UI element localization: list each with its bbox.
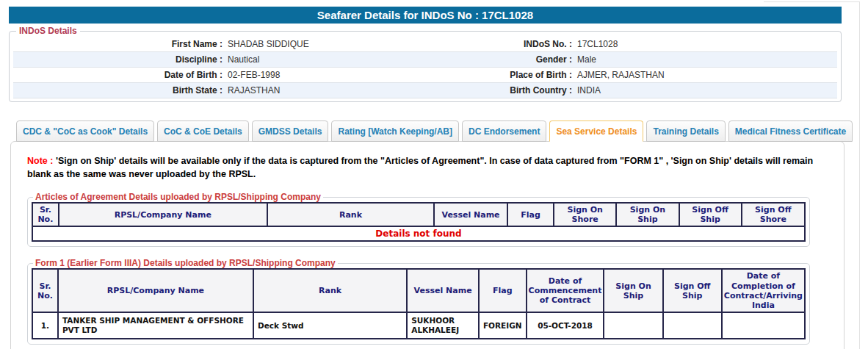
note-text: Note : 'Sign on Ship' details will be av…	[27, 155, 833, 181]
first-name-label: First Name :	[13, 39, 223, 49]
sea-service-details-panel: Note : 'Sign on Ship' details will be av…	[10, 141, 845, 349]
sign-on-ship-cell	[604, 312, 662, 339]
frame-top-edge	[764, 1, 860, 2]
column-header: Vessel Name	[434, 203, 507, 226]
birth-state-label: Birth State :	[13, 85, 223, 96]
column-header: Sign Off Ship	[663, 269, 722, 312]
tab-sea-service-details[interactable]: Sea Service Details	[549, 120, 643, 142]
birth-country-value: INDIA	[572, 85, 601, 96]
flag-cell: FOREIGN	[479, 312, 527, 339]
column-header: Rank	[267, 203, 434, 226]
details-row: First Name : SHADAB SIDDIQUE INDoS No. :…	[13, 37, 837, 52]
sr-no-cell: 1.	[32, 312, 58, 339]
date-commencement-cell: 05-OCT-2018	[527, 312, 604, 339]
column-header: Sign On Ship	[604, 269, 662, 312]
table-row: 1. TANKER SHIP MANAGEMENT & OFFSHORE PVT…	[32, 312, 805, 339]
discipline-value: Nautical	[223, 54, 259, 65]
tab-medical-fitness-certificate[interactable]: Medical Fitness Certificate	[728, 120, 853, 142]
articles-of-agreement-legend: Articles of Agreement Details uploaded b…	[33, 192, 323, 202]
tab-dc-endorsement[interactable]: DC Endorsement	[462, 120, 546, 142]
column-header: RPSL/Company Name	[58, 269, 253, 312]
form1-table: Sr. No. RPSL/Company Name Rank Vessel Na…	[32, 268, 806, 339]
date-of-birth-value: 02-FEB-1998	[223, 70, 280, 80]
note-body: 'Sign on Ship' details will be available…	[27, 156, 813, 179]
indos-details-section: INDoS Details First Name : SHADAB SIDDIQ…	[9, 26, 842, 102]
indos-no-value: 17CL1028	[572, 39, 618, 49]
tab-gmdss-details[interactable]: GMDSS Details	[252, 120, 329, 142]
column-header: RPSL/Company Name	[59, 203, 267, 226]
form1-legend: Form 1 (Earlier Form IIIA) Details uploa…	[33, 258, 338, 268]
note-label: Note :	[27, 156, 53, 166]
frame-right-edge	[859, 1, 860, 349]
date-of-birth-label: Date of Birth :	[13, 70, 223, 80]
birth-country-label: Birth Country :	[425, 85, 572, 96]
column-header: Sign On Ship	[616, 203, 679, 226]
place-of-birth-value: AJMER, RAJASTHAN	[572, 70, 665, 80]
column-header: Flag	[507, 203, 554, 226]
gender-label: Gender :	[425, 54, 572, 65]
indos-no-label: INDoS No. :	[425, 39, 572, 49]
column-header: Flag	[479, 269, 527, 312]
details-row: Discipline : Nautical Gender : Male	[13, 52, 837, 68]
empty-row: Details not found	[32, 226, 805, 241]
company-cell: TANKER SHIP MANAGEMENT & OFFSHORE PVT LT…	[58, 312, 253, 339]
articles-of-agreement-section: Articles of Agreement Details uploaded b…	[27, 192, 810, 247]
indos-details-legend: INDoS Details	[16, 26, 80, 36]
details-row: Date of Birth : 02-FEB-1998 Place of Bir…	[13, 68, 837, 83]
column-header: Sr. No.	[32, 269, 58, 312]
empty-message: Details not found	[32, 226, 805, 241]
column-header: Vessel Name	[407, 269, 479, 312]
column-header: Sign Off Shore	[742, 203, 805, 226]
column-header: Date of Completion of Contract/Arriving …	[722, 269, 805, 312]
column-header: Sign On Shore	[554, 203, 616, 226]
table-header-row: Sr. No. RPSL/Company Name Rank Vessel Na…	[32, 269, 805, 312]
articles-of-agreement-table: Sr. No. RPSL/Company Name Rank Vessel Na…	[32, 202, 806, 242]
vessel-cell: SUKHOOR ALKHALEEJ	[407, 312, 479, 339]
tab-training-details[interactable]: Training Details	[646, 120, 725, 142]
tab-rating-watch-keeping-ab[interactable]: Rating [Watch Keeping/AB]	[331, 120, 459, 142]
tab-section: CDC & "CoC as Cook" Details CoC & CoE De…	[10, 120, 845, 349]
tab-bar: CDC & "CoC as Cook" Details CoC & CoE De…	[10, 120, 845, 141]
column-header: Sign Off Ship	[679, 203, 742, 226]
table-header-row: Sr. No. RPSL/Company Name Rank Vessel Na…	[32, 203, 805, 226]
column-header: Rank	[253, 269, 407, 312]
birth-state-value: RAJASTHAN	[223, 85, 280, 96]
date-completion-cell	[722, 312, 805, 339]
rank-cell: Deck Stwd	[253, 312, 407, 339]
sign-off-ship-cell	[663, 312, 722, 339]
page-title: Seafarer Details for INDoS No : 17CL1028	[9, 7, 842, 24]
form1-section: Form 1 (Earlier Form IIIA) Details uploa…	[27, 258, 810, 345]
details-row: Birth State : RAJASTHAN Birth Country : …	[13, 83, 837, 98]
place-of-birth-label: Place of Birth :	[425, 70, 572, 80]
column-header: Date of Commencement of Contract	[527, 269, 604, 312]
column-header: Sr. No.	[32, 203, 59, 226]
gender-value: Male	[572, 54, 596, 65]
first-name-value: SHADAB SIDDIQUE	[223, 39, 309, 49]
tab-coc-coe-details[interactable]: CoC & CoE Details	[157, 120, 249, 142]
tab-cdc-coc-as-cook-details[interactable]: CDC & "CoC as Cook" Details	[16, 120, 154, 142]
discipline-label: Discipline :	[13, 54, 223, 65]
